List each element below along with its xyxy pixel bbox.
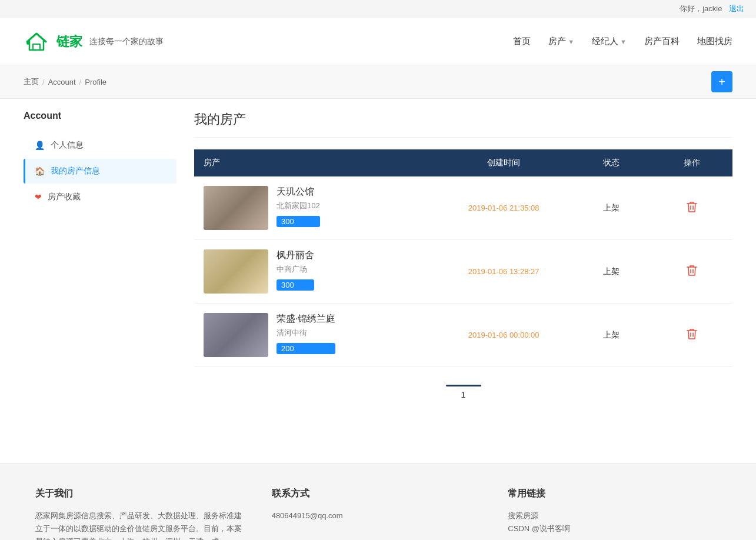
property-address-2: 清河中街 — [277, 328, 335, 338]
heart-icon: ❤ — [35, 192, 42, 202]
pagination-indicator — [446, 385, 481, 386]
cell-property-2: 荣盛·锦绣兰庭 清河中街 200 — [194, 304, 437, 367]
nav-map[interactable]: 地图找房 — [697, 36, 732, 47]
page-title: 我的房产 — [194, 111, 732, 138]
sidebar-item-properties[interactable]: 🏠 我的房产信息 — [24, 159, 176, 184]
sidebar-label-properties: 我的房产信息 — [51, 166, 100, 176]
col-status: 状态 — [571, 149, 652, 176]
property-table: 房产 创建时间 状态 操作 天玑公馆 北新家园102 300 20 — [194, 149, 732, 367]
cell-property-1: 枫丹丽舍 中商广场 300 — [194, 240, 437, 304]
property-price-2: 200 — [277, 343, 335, 354]
property-details-0: 天玑公馆 北新家园102 300 — [277, 186, 320, 227]
property-name-0: 天玑公馆 — [277, 186, 320, 198]
cell-status-2: 上架 — [571, 304, 652, 367]
table-row: 天玑公馆 北新家园102 300 2019-01-06 21:35:08 上架 — [194, 176, 732, 240]
cell-action-0 — [652, 176, 732, 240]
logo-area: 链家 连接每一个家的故事 — [24, 31, 164, 52]
cell-status-1: 上架 — [571, 240, 652, 304]
cell-property-0: 天玑公馆 北新家园102 300 — [194, 176, 437, 240]
sidebar-label-favorites: 房产收藏 — [48, 192, 81, 202]
main-nav: 首页 房产 ▼ 经纪人 ▼ 房产百科 地图找房 — [513, 36, 732, 47]
property-address-0: 北新家园102 — [277, 201, 320, 211]
pagination-current[interactable]: 1 — [461, 390, 466, 399]
table-row: 枫丹丽舍 中商广场 300 2019-01-06 13:28:27 上架 — [194, 240, 732, 304]
status-badge-0: 上架 — [603, 203, 620, 212]
footer-contact: 联系方式 480644915@qq.com — [272, 488, 485, 540]
delete-button-2[interactable] — [687, 328, 697, 343]
breadcrumb-profile: Profile — [85, 78, 106, 86]
trash-icon-0 — [687, 201, 697, 214]
nav-properties[interactable]: 房产 ▼ — [548, 36, 574, 47]
cell-action-1 — [652, 240, 732, 304]
cell-created-1: 2019-01-06 13:28:27 — [437, 240, 571, 304]
logo-slogan: 连接每一个家的故事 — [89, 36, 164, 47]
sidebar-menu: 👤 个人信息 🏠 我的房产信息 ❤ 房产收藏 — [24, 133, 176, 209]
col-created: 创建时间 — [437, 149, 571, 176]
main-container: Account 👤 个人信息 🏠 我的房产信息 ❤ 房产收藏 我的房产 房产 创… — [0, 99, 756, 452]
nav-properties-arrow: ▼ — [568, 38, 574, 45]
nav-agents-arrow: ▼ — [620, 38, 627, 45]
footer-contact-email: 480644915@qq.com — [272, 509, 485, 522]
footer-links-title: 常用链接 — [508, 488, 721, 500]
property-details-2: 荣盛·锦绣兰庭 清河中街 200 — [277, 313, 335, 354]
trash-icon-1 — [687, 264, 697, 277]
footer-about-text: 恋家网集房源信息搜索、产品研发、大数据处理、服务标准建立于一体的以数据驱动的全价… — [35, 509, 248, 540]
header: 链家 连接每一个家的故事 首页 房产 ▼ 经纪人 ▼ 房产百科 地图找房 — [0, 18, 756, 65]
table-row: 荣盛·锦绣兰庭 清河中街 200 2019-01-06 00:00:00 上架 — [194, 304, 732, 367]
property-thumbnail-1 — [204, 249, 268, 294]
property-price-0: 300 — [277, 216, 320, 227]
content-area: 我的房产 房产 创建时间 状态 操作 天玑公馆 北新家园102 30 — [194, 111, 732, 440]
footer-link-csdn[interactable]: CSDN @说书客啊 — [508, 522, 721, 535]
property-details-1: 枫丹丽舍 中商广场 300 — [277, 249, 314, 291]
footer-grid: 关于我们 恋家网集房源信息搜索、产品研发、大数据处理、服务标准建立于一体的以数据… — [35, 488, 721, 540]
sidebar-title: Account — [24, 111, 176, 121]
sidebar-item-favorites[interactable]: ❤ 房产收藏 — [24, 185, 176, 209]
breadcrumb-bar: 主页 / Account / Profile + — [0, 65, 756, 99]
home-icon: 🏠 — [35, 166, 45, 176]
footer-about: 关于我们 恋家网集房源信息搜索、产品研发、大数据处理、服务标准建立于一体的以数据… — [35, 488, 248, 540]
breadcrumb-sep-2: / — [79, 78, 82, 86]
property-name-1: 枫丹丽舍 — [277, 249, 314, 262]
breadcrumb-sep-1: / — [42, 78, 45, 86]
pagination: 1 — [194, 385, 732, 399]
sidebar-label-personal: 个人信息 — [51, 140, 84, 151]
footer-about-title: 关于我们 — [35, 488, 248, 500]
property-price-1: 300 — [277, 279, 314, 291]
top-bar: 你好，jackie 退出 — [0, 0, 756, 18]
cell-created-0: 2019-01-06 21:35:08 — [437, 176, 571, 240]
footer-contact-title: 联系方式 — [272, 488, 485, 500]
svg-point-0 — [26, 41, 30, 45]
footer-links: 常用链接 搜索房源 CSDN @说书客啊 — [508, 488, 721, 540]
property-thumbnail-2 — [204, 313, 268, 357]
property-thumbnail-0 — [204, 186, 268, 230]
nav-wiki[interactable]: 房产百科 — [644, 36, 680, 47]
property-info-0: 天玑公馆 北新家园102 300 — [204, 186, 427, 230]
cell-action-2 — [652, 304, 732, 367]
nav-home[interactable]: 首页 — [513, 36, 531, 47]
add-button[interactable]: + — [711, 71, 732, 92]
sidebar-item-personal[interactable]: 👤 个人信息 — [24, 133, 176, 158]
cell-created-2: 2019-01-06 00:00:00 — [437, 304, 571, 367]
breadcrumb: 主页 / Account / Profile — [24, 76, 106, 87]
sidebar: Account 👤 个人信息 🏠 我的房产信息 ❤ 房产收藏 — [24, 111, 176, 440]
breadcrumb-account[interactable]: Account — [48, 78, 76, 86]
property-name-2: 荣盛·锦绣兰庭 — [277, 313, 335, 325]
nav-agents[interactable]: 经纪人 ▼ — [592, 36, 627, 47]
table-header: 房产 创建时间 状态 操作 — [194, 149, 732, 176]
delete-button-0[interactable] — [687, 201, 697, 216]
status-badge-1: 上架 — [603, 266, 620, 276]
breadcrumb-home[interactable]: 主页 — [24, 76, 39, 87]
logo-icon — [24, 31, 49, 52]
logout-link[interactable]: 退出 — [729, 4, 744, 13]
delete-button-1[interactable] — [687, 264, 697, 279]
footer-link-search[interactable]: 搜索房源 — [508, 509, 721, 522]
property-address-1: 中商广场 — [277, 264, 314, 275]
col-property: 房产 — [194, 149, 437, 176]
table-body: 天玑公馆 北新家园102 300 2019-01-06 21:35:08 上架 — [194, 176, 732, 367]
logo-name: 链家 — [56, 33, 82, 51]
cell-status-0: 上架 — [571, 176, 652, 240]
footer: 关于我们 恋家网集房源信息搜索、产品研发、大数据处理、服务标准建立于一体的以数据… — [0, 464, 756, 540]
property-info-2: 荣盛·锦绣兰庭 清河中街 200 — [204, 313, 427, 357]
property-info-1: 枫丹丽舍 中商广场 300 — [204, 249, 427, 294]
status-badge-2: 上架 — [603, 330, 620, 339]
